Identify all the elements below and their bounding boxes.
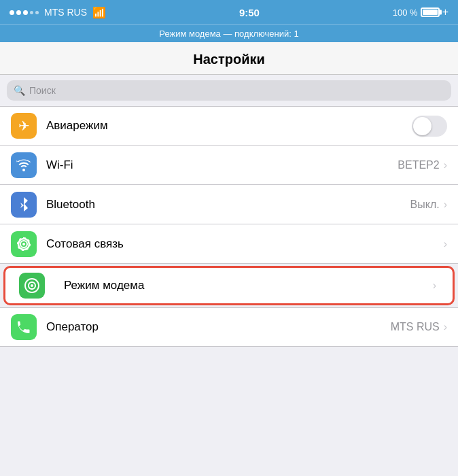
status-time: 9:50 — [239, 7, 260, 18]
settings-item-operator[interactable]: Оператор MTS RUS › — [0, 307, 458, 347]
dot-2 — [16, 10, 21, 15]
battery-body — [421, 7, 440, 17]
status-right: 100 % + — [393, 6, 448, 18]
cellular-label: Сотовая связь — [46, 237, 444, 251]
operator-value: MTS RUS — [391, 321, 440, 333]
status-bar: MTS RUS 📶 9:50 100 % + — [0, 0, 458, 24]
phone-screen: MTS RUS 📶 9:50 100 % + Режим модема — по… — [0, 0, 458, 476]
settings-list: ✈ Авиарежим Wi-Fi ВЕТЕР2 › — [0, 106, 458, 476]
operator-label: Оператор — [46, 320, 391, 334]
charging-icon: + — [442, 6, 448, 18]
settings-item-wifi[interactable]: Wi-Fi ВЕТЕР2 › — [0, 146, 458, 185]
airplane-toggle[interactable] — [412, 116, 447, 137]
dot-1 — [10, 10, 14, 15]
dot-5 — [35, 11, 39, 14]
search-bar-container: 🔍 Поиск — [0, 75, 458, 106]
bluetooth-label: Bluetooth — [46, 198, 410, 211]
hotspot-bar: Режим модема — подключений: 1 — [0, 24, 458, 42]
battery-icon — [421, 7, 440, 17]
search-placeholder: Поиск — [29, 85, 56, 96]
nav-bar: Настройки — [0, 42, 458, 75]
hotspot-icon — [19, 273, 45, 299]
signal-dots — [10, 10, 39, 15]
search-bar[interactable]: 🔍 Поиск — [7, 80, 451, 101]
wifi-chevron: › — [444, 159, 447, 171]
page-title: Настройки — [193, 52, 265, 67]
wifi-label: Wi-Fi — [46, 158, 398, 172]
cellular-icon — [11, 231, 37, 257]
cellular-chevron: › — [444, 238, 447, 250]
bluetooth-value: Выкл. — [410, 199, 440, 211]
settings-item-airplane[interactable]: ✈ Авиарежим — [0, 106, 458, 146]
settings-item-bluetooth[interactable]: Bluetooth Выкл. › — [0, 185, 458, 224]
airplane-label: Авиарежим — [46, 119, 412, 133]
dot-4 — [30, 11, 33, 14]
bluetooth-icon — [11, 192, 37, 218]
operator-chevron: › — [444, 321, 447, 333]
settings-group: ✈ Авиарежим Wi-Fi ВЕТЕР2 › — [0, 106, 458, 347]
hotspot-bar-label: Режим модема — подключений: 1 — [159, 29, 298, 39]
toggle-knob — [413, 117, 431, 135]
carrier-label: MTS RUS — [44, 7, 87, 18]
settings-item-cellular[interactable]: Сотовая связь › — [0, 224, 458, 264]
status-left: MTS RUS 📶 — [10, 6, 106, 19]
svg-point-2 — [22, 243, 25, 245]
battery-fill — [423, 10, 438, 15]
search-icon: 🔍 — [14, 85, 25, 96]
hotspot-chevron: › — [433, 279, 436, 292]
bluetooth-chevron: › — [444, 199, 447, 211]
battery-percentage: 100 % — [393, 7, 418, 18]
operator-icon — [11, 314, 37, 340]
wifi-value: ВЕТЕР2 — [398, 159, 439, 171]
wifi-settings-icon — [11, 152, 37, 178]
wifi-icon: 📶 — [92, 6, 106, 19]
hotspot-row-wrapper: Режим модема › — [0, 264, 458, 307]
airplane-icon: ✈ — [11, 113, 37, 139]
settings-item-hotspot[interactable]: Режим модема › — [3, 266, 455, 305]
hotspot-label: Режим модема — [64, 279, 433, 292]
dot-3 — [23, 10, 28, 15]
